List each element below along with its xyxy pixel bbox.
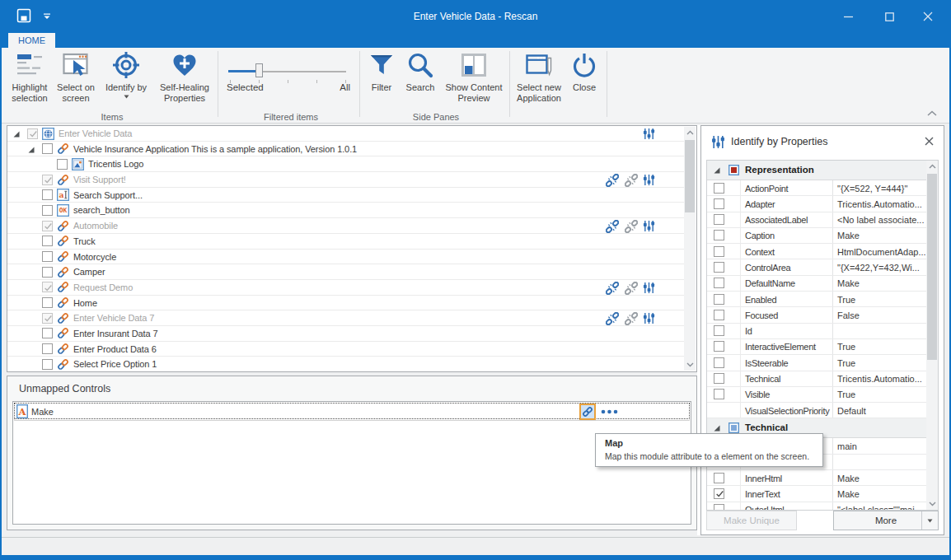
property-row[interactable]: VisibleTrue <box>707 387 926 403</box>
identify-by-properties-icon[interactable] <box>643 128 655 140</box>
unmap-disabled-icon[interactable] <box>625 312 638 325</box>
property-checkbox[interactable] <box>714 504 724 510</box>
unmap-icon[interactable] <box>606 312 619 325</box>
property-checkbox[interactable] <box>714 341 724 352</box>
identify-by-properties-icon[interactable] <box>643 282 655 294</box>
property-row[interactable]: CaptionMake <box>707 228 926 244</box>
filter-button[interactable]: Filter <box>363 51 401 117</box>
tree-row[interactable]: Vehicle Insurance Application This is a … <box>7 142 684 157</box>
property-checkbox[interactable] <box>714 183 724 194</box>
tree-row[interactable]: OKsearch_button <box>7 203 684 218</box>
property-checkbox[interactable] <box>714 262 724 273</box>
identify-by-properties-icon[interactable] <box>643 312 655 324</box>
property-checkbox[interactable] <box>714 278 724 288</box>
unmap-disabled-icon[interactable] <box>625 282 638 295</box>
unmap-disabled-icon[interactable] <box>625 220 638 233</box>
property-group-header[interactable]: Representation <box>707 161 926 180</box>
property-checkbox[interactable] <box>714 214 724 225</box>
tree-scrollbar[interactable] <box>684 127 696 371</box>
tree-row[interactable]: Tricentis Logo <box>7 156 684 172</box>
row-checkbox[interactable] <box>42 343 53 354</box>
property-row[interactable]: IsSteerableTrue <box>707 355 926 371</box>
row-checkbox[interactable] <box>42 313 53 324</box>
tree-row[interactable]: Select Price Option 1 <box>7 357 684 371</box>
tree-row[interactable]: Enter Vehicle Data <box>7 126 684 142</box>
property-checkbox[interactable] <box>714 373 724 384</box>
tree-row[interactable]: Home <box>7 296 684 311</box>
property-checkbox[interactable] <box>714 246 724 257</box>
unmap-icon[interactable] <box>606 174 619 187</box>
property-row[interactable]: ContextHtmlDocumentAdap... <box>707 244 926 259</box>
filtered-items-slider[interactable]: Selected All <box>224 56 353 114</box>
property-checkbox[interactable] <box>714 310 724 320</box>
property-row[interactable]: AssociatedLabel<No label associate... <box>707 212 926 228</box>
property-row[interactable]: InnerHtmlMake <box>707 470 926 486</box>
expander-icon[interactable] <box>713 166 721 175</box>
property-checkbox[interactable] <box>714 230 724 240</box>
property-row[interactable]: TechnicalTricentis.Automatio... <box>707 371 926 387</box>
row-checkbox[interactable] <box>42 267 53 278</box>
property-row[interactable]: InteractiveElementTrue <box>707 339 926 355</box>
property-checkbox[interactable] <box>714 488 724 499</box>
highlight-selection-button[interactable]: Highlight selection <box>7 51 53 117</box>
tree-row[interactable]: Motorcycle <box>7 250 684 265</box>
minimize-button[interactable] <box>837 8 859 25</box>
tree-scroll-thumb[interactable] <box>685 140 695 212</box>
expander-icon[interactable] <box>27 146 35 154</box>
property-checkbox[interactable] <box>714 294 724 305</box>
make-unique-button[interactable]: Make Unique <box>706 511 797 530</box>
property-checkbox[interactable] <box>714 357 724 368</box>
row-checkbox[interactable] <box>42 297 53 308</box>
row-checkbox[interactable] <box>57 159 68 170</box>
search-button[interactable]: Search <box>401 51 440 117</box>
identify-by-properties-icon[interactable] <box>643 174 655 186</box>
tree-row[interactable]: Camper <box>7 264 684 280</box>
scroll-down-icon[interactable] <box>926 498 938 510</box>
property-checkbox[interactable] <box>714 325 724 336</box>
show-content-preview-button[interactable]: Show Content Preview <box>440 51 508 117</box>
property-checkbox[interactable] <box>714 473 724 483</box>
tree-row[interactable]: aSearch Support... <box>7 188 684 203</box>
property-row[interactable]: VisualSelectionPriorityDefault <box>707 403 926 418</box>
identify-by-button[interactable]: Identify by <box>99 51 153 117</box>
unmap-icon[interactable] <box>606 220 619 233</box>
scroll-up-icon[interactable] <box>684 127 696 138</box>
scroll-down-icon[interactable] <box>684 359 696 371</box>
tree-row[interactable]: Automobile <box>7 218 684 234</box>
row-checkbox[interactable] <box>42 328 53 338</box>
property-checkbox[interactable] <box>714 389 724 399</box>
property-row[interactable]: EnabledTrue <box>707 292 926 307</box>
collapse-ribbon-icon[interactable] <box>926 110 938 117</box>
row-checkbox[interactable] <box>42 205 53 216</box>
row-checkbox[interactable] <box>42 359 53 370</box>
unmap-icon[interactable] <box>606 282 619 295</box>
properties-scrollbar[interactable] <box>926 161 938 510</box>
row-checkbox[interactable] <box>42 221 53 231</box>
property-row[interactable]: Id <box>707 324 926 339</box>
property-row[interactable]: ActionPoint"{X=522, Y=444}" <box>707 180 926 196</box>
select-new-application-button[interactable]: Select new Application <box>513 51 565 117</box>
tree-row[interactable]: Enter Vehicle Data 7 <box>7 310 684 326</box>
identify-by-properties-icon[interactable] <box>643 220 655 232</box>
row-checkbox[interactable] <box>42 175 53 185</box>
maximize-button[interactable] <box>878 8 900 25</box>
panel-close-icon[interactable] <box>925 137 934 146</box>
expander-icon[interactable] <box>12 130 21 138</box>
map-button[interactable] <box>579 404 596 420</box>
property-row[interactable]: ControlArea"{X=422,Y=432,Wi... <box>707 259 926 275</box>
tab-home[interactable]: HOME <box>8 33 55 48</box>
tree-row[interactable]: Truck <box>7 234 684 250</box>
tree-row[interactable]: Enter Product Data 6 <box>7 342 684 357</box>
self-healing-properties-button[interactable]: Self-Healing Properties <box>153 51 216 117</box>
property-row[interactable]: OuterHtml"<label class=""mai <box>707 502 926 510</box>
select-on-screen-button[interactable]: Select on screen <box>53 51 99 117</box>
row-checkbox[interactable] <box>27 128 38 139</box>
close-app-button[interactable]: Close <box>565 51 603 117</box>
row-checkbox[interactable] <box>42 189 53 200</box>
expander-icon[interactable] <box>713 424 721 432</box>
property-row[interactable]: DefaultNameMake <box>707 276 926 292</box>
row-checkbox[interactable] <box>42 282 53 292</box>
property-row[interactable]: InnerTextMake <box>707 486 926 502</box>
scroll-up-icon[interactable] <box>926 161 938 172</box>
tree-row[interactable]: Request Demo <box>7 280 684 296</box>
